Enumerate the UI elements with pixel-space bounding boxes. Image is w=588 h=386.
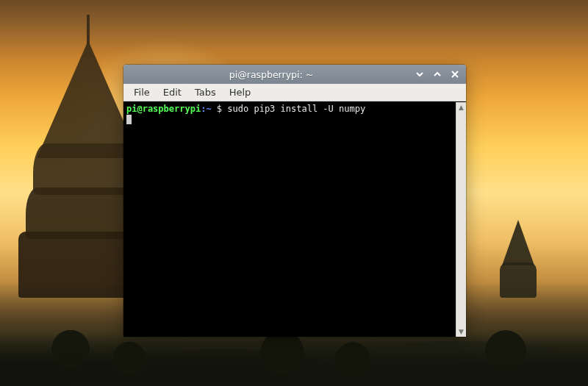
scrollbar-track[interactable] [456,112,466,326]
close-button[interactable] [450,69,460,79]
terminal-window: pi@raspberrypi: ~ File Edit Tabs Help pi… [123,65,466,337]
minimize-button[interactable] [415,69,425,79]
chevron-up-icon [433,70,442,79]
window-title: pi@raspberrypi: ~ [128,69,415,80]
menu-help[interactable]: Help [223,85,257,99]
terminal-cursor [126,115,132,124]
terminal-body-wrap: pi@raspberrypi:~ $ sudo pip3 install -U … [123,101,466,337]
terminal-output[interactable]: pi@raspberrypi:~ $ sudo pip3 install -U … [123,102,456,337]
prompt-user-host: pi@raspberrypi [126,104,201,114]
maximize-button[interactable] [432,69,442,79]
vertical-scrollbar[interactable]: ▲ ▼ [456,102,466,337]
prompt-symbol: $ [212,104,228,114]
chevron-down-icon [415,70,424,79]
menu-tabs[interactable]: Tabs [189,85,222,99]
menu-file[interactable]: File [128,85,156,99]
scroll-up-button[interactable]: ▲ [456,102,466,112]
titlebar[interactable]: pi@raspberrypi: ~ [123,65,466,84]
menu-edit[interactable]: Edit [157,85,187,99]
close-icon [451,70,459,79]
entered-command: sudo pip3 install -U numpy [227,104,365,114]
scroll-down-button[interactable]: ▼ [456,326,466,337]
window-controls [415,69,462,79]
desktop-wallpaper: pi@raspberrypi: ~ File Edit Tabs Help pi… [0,0,588,386]
wallpaper-small-stupa [500,217,537,298]
menubar: File Edit Tabs Help [123,84,466,101]
prompt-path: ~ [206,104,211,114]
